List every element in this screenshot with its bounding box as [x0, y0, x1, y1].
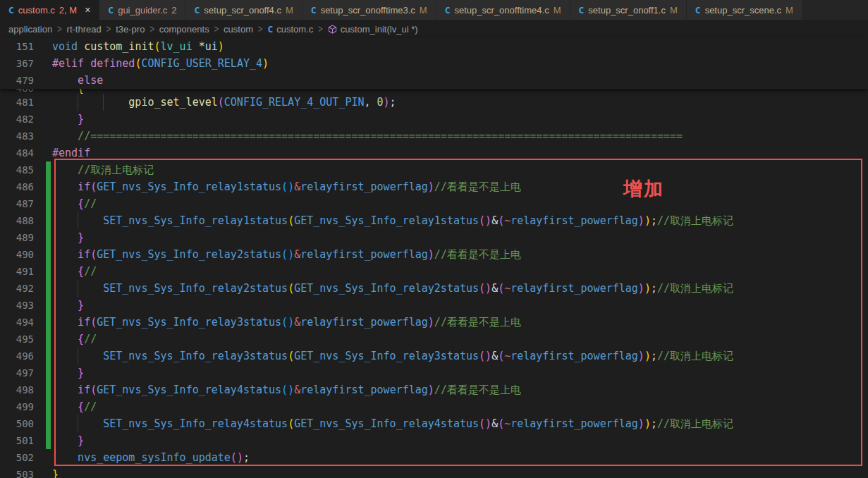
line-number: 489: [0, 229, 34, 246]
code-line-480[interactable]: 480{: [0, 89, 868, 94]
code-line-495[interactable]: 495{//: [0, 331, 868, 348]
code-line-367[interactable]: 367#elif defined(CONFIG_USER_RELAY_4): [0, 55, 868, 72]
c-file-icon: C: [579, 5, 585, 16]
tab-status-badge: M: [670, 5, 678, 16]
breadcrumb-item-file[interactable]: Ccustom.c: [267, 24, 313, 35]
code-editor[interactable]: 151void custom_init(lv_ui *ui)367#elif d…: [0, 38, 868, 478]
code-line-481[interactable]: 481gpio_set_level(CONFIG_RELAY_4_OUT_PIN…: [0, 94, 868, 111]
code-line-491[interactable]: 491{//: [0, 263, 868, 280]
sticky-scroll[interactable]: 151void custom_init(lv_ui *ui)367#elif d…: [0, 38, 868, 89]
gutter-change-bar: [46, 331, 51, 348]
code-lines[interactable]: 481gpio_set_level(CONFIG_RELAY_4_OUT_PIN…: [0, 94, 868, 478]
line-number: 501: [0, 432, 34, 449]
code-line-490[interactable]: 490if(GET_nvs_Sys_Info_relay2status()&re…: [0, 246, 868, 263]
code-line-488[interactable]: 488SET_nvs_Sys_Info_relay1status(GET_nvs…: [0, 212, 868, 229]
code-text: void custom_init(lv_ui *ui): [52, 40, 224, 53]
code-line-482[interactable]: 482}: [0, 111, 868, 128]
breadcrumb-item-custom[interactable]: custom: [224, 24, 253, 35]
code-line-489[interactable]: 489}: [0, 229, 868, 246]
code-line-486[interactable]: 486if(GET_nvs_Sys_Info_relay1status()&re…: [0, 178, 868, 195]
code-text: //取消上电标记: [52, 164, 154, 176]
code-line-496[interactable]: 496SET_nvs_Sys_Info_relay3status(GET_nvs…: [0, 348, 868, 364]
code-line-497[interactable]: 497}: [0, 364, 868, 381]
line-number: 483: [0, 128, 34, 145]
code-text: else: [52, 74, 103, 87]
code-line-492[interactable]: 492SET_nvs_Sys_Info_relay2status(GET_nvs…: [0, 280, 868, 297]
tab-setup_scr_onoff1.c[interactable]: Csetup_scr_onoff1.cM: [570, 0, 687, 20]
breadcrumb-item-t3e-pro[interactable]: t3e-pro: [116, 24, 145, 35]
c-file-icon: C: [445, 5, 451, 16]
line-number: 494: [0, 314, 34, 331]
tab-status-badge: 2, M: [59, 5, 77, 16]
code-line-484[interactable]: 484#endif: [0, 145, 868, 161]
chevron-right-icon: >: [214, 23, 219, 35]
breadcrumb: application>rt-thread>t3e-pro>components…: [0, 20, 868, 38]
code-line-151[interactable]: 151void custom_init(lv_ui *ui): [0, 38, 868, 55]
code-line-480-partial[interactable]: 480{: [0, 89, 868, 94]
gutter-change-bar: [46, 314, 51, 331]
breadcrumb-item-application[interactable]: application: [8, 24, 52, 35]
tab-label: setup_scr_onofftime3.c: [321, 5, 415, 16]
tab-custom.c[interactable]: Ccustom.c2, M×: [0, 0, 99, 20]
tab-setup_scr_onoff4.c[interactable]: Csetup_scr_onoff4.cM: [186, 0, 302, 20]
code-text: SET_nvs_Sys_Info_relay4status(GET_nvs_Sy…: [52, 417, 733, 430]
code-line-493[interactable]: 493}: [0, 297, 868, 314]
line-number: 492: [0, 280, 34, 297]
chevron-right-icon: >: [318, 23, 322, 35]
code-text: }: [52, 367, 84, 379]
tab-label: setup_scr_onoff1.c: [588, 5, 666, 16]
code-line-499[interactable]: 499{//: [0, 398, 868, 415]
code-text: {//: [52, 333, 97, 345]
code-text: if(GET_nvs_Sys_Info_relay1status()&relay…: [52, 180, 521, 193]
tab-label: setup_scr_scene.c: [705, 5, 781, 16]
code-text: if(GET_nvs_Sys_Info_relay4status()&relay…: [52, 384, 521, 396]
code-line-503[interactable]: 503}: [0, 466, 868, 478]
code-line-483[interactable]: 483//===================================…: [0, 128, 868, 145]
gutter-change-bar: [46, 229, 51, 246]
breadcrumb-item-components[interactable]: components: [159, 24, 209, 35]
code-text: if(GET_nvs_Sys_Info_relay2status()&relay…: [52, 248, 521, 261]
code-line-479[interactable]: 479else: [0, 72, 868, 89]
tab-status-badge: M: [554, 5, 561, 16]
gutter-change-bar: [46, 195, 51, 212]
code-text: {//: [52, 400, 97, 413]
gutter-change-bar: [46, 297, 51, 314]
code-line-502[interactable]: 502nvs_eepom_sysInfo_update();: [0, 449, 868, 466]
code-line-501[interactable]: 501}: [0, 432, 868, 449]
code-line-487[interactable]: 487{//: [0, 195, 868, 212]
tab-setup_scr_onofftime4.c[interactable]: Csetup_scr_onofftime4.cM: [436, 0, 570, 20]
tab-gui_guider.c[interactable]: Cgui_guider.c2: [99, 0, 185, 20]
breadcrumb-item-rt-thread[interactable]: rt-thread: [67, 24, 102, 35]
gutter-change-bar: [46, 178, 51, 195]
line-number: 499: [0, 398, 34, 415]
tab-setup_scr_onofftime3.c[interactable]: Csetup_scr_onofftime3.cM: [302, 0, 436, 20]
breadcrumb-label: custom: [224, 24, 253, 35]
tab-label: setup_scr_onoff4.c: [204, 5, 281, 16]
code-text: }: [52, 231, 84, 244]
close-icon[interactable]: ×: [85, 5, 90, 15]
chevron-right-icon: >: [57, 23, 61, 35]
breadcrumb-item-symbol[interactable]: custom_init(lv_ui *): [328, 24, 418, 35]
line-number: 487: [0, 195, 34, 212]
line-number: 482: [0, 111, 34, 128]
chevron-right-icon: >: [258, 23, 262, 35]
code-text: }: [52, 468, 59, 478]
code-line-485[interactable]: 485//取消上电标记: [0, 161, 868, 178]
code-line-498[interactable]: 498if(GET_nvs_Sys_Info_relay4status()&re…: [0, 381, 868, 398]
code-line-500[interactable]: 500SET_nvs_Sys_Info_relay4status(GET_nvs…: [0, 415, 868, 432]
tab-label: gui_guider.c: [118, 5, 167, 16]
code-text: #elif defined(CONFIG_USER_RELAY_4): [52, 57, 269, 70]
code-text: {: [52, 89, 84, 94]
code-text: SET_nvs_Sys_Info_relay3status(GET_nvs_Sy…: [52, 350, 733, 362]
code-text: }: [52, 299, 84, 312]
gutter-change-bar: [46, 280, 51, 297]
tab-status-badge: M: [786, 5, 793, 16]
code-line-494[interactable]: 494if(GET_nvs_Sys_Info_relay3status()&re…: [0, 314, 868, 331]
code-text: SET_nvs_Sys_Info_relay2status(GET_nvs_Sy…: [52, 282, 733, 295]
breadcrumb-label: custom.c: [276, 24, 313, 35]
gutter-change-bar: [46, 246, 51, 263]
code-text: //======================================…: [52, 130, 683, 142]
c-file-icon: C: [108, 5, 114, 16]
tab-setup_scr_scene.c[interactable]: Csetup_scr_scene.cM: [687, 0, 802, 20]
gutter-change-bar: [46, 348, 51, 364]
